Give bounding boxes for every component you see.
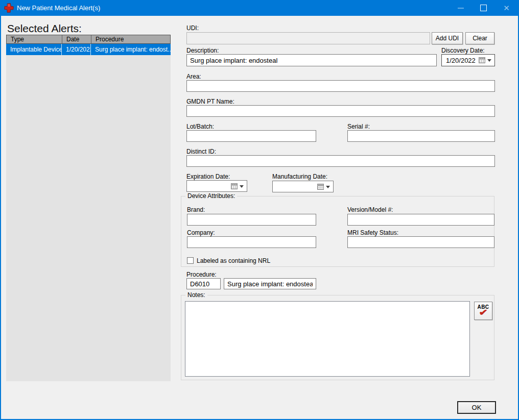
title-bar[interactable]: New Patient Medical Alert(s) ✕: [0, 0, 519, 16]
medical-cross-icon: [4, 3, 14, 13]
distinct-id-label: Distinct ID:: [186, 148, 216, 155]
notes-legend: Notes:: [185, 291, 207, 299]
alert-row-date: 1/20/2022: [61, 44, 90, 55]
expiration-date-picker[interactable]: [186, 180, 247, 192]
notes-textarea[interactable]: [185, 301, 470, 377]
device-attributes-legend: Device Attributes:: [185, 192, 237, 200]
serial-input[interactable]: [347, 130, 495, 142]
window-title: New Patient Medical Alert(s): [17, 4, 100, 12]
mri-safety-status-label: MRI Safety Status:: [347, 229, 398, 236]
nrl-checkbox-label: Labeled as containing NRL: [197, 257, 270, 264]
procedure-label: Procedure:: [186, 271, 217, 278]
minimize-icon: [458, 8, 464, 9]
column-header-date[interactable]: Date: [62, 35, 91, 43]
alert-row-type: Implantable Device: [6, 44, 61, 55]
maximize-icon: [480, 5, 487, 11]
procedure-description-field: [224, 278, 316, 289]
description-input[interactable]: [186, 54, 437, 66]
description-label: Description:: [186, 47, 219, 54]
close-icon: ✕: [503, 4, 510, 12]
chevron-down-icon: [487, 59, 491, 64]
distinct-id-input[interactable]: [186, 155, 495, 167]
dialog-new-patient-medical-alerts: New Patient Medical Alert(s) ✕ Selected …: [0, 0, 519, 420]
brand-label: Brand:: [187, 206, 205, 213]
column-header-type[interactable]: Type: [7, 35, 62, 43]
gmdn-pt-name-input[interactable]: [186, 105, 495, 117]
procedure-code-field: [186, 278, 221, 289]
manufacturing-date-label: Manufacturing Date:: [272, 173, 327, 180]
area-input[interactable]: [186, 80, 495, 92]
calendar-icon: [317, 184, 324, 190]
calendar-icon: [231, 183, 238, 189]
close-button[interactable]: ✕: [495, 0, 518, 16]
discovery-date-picker[interactable]: 1/20/2022: [441, 54, 495, 66]
company-label: Company:: [187, 229, 215, 236]
expiration-date-label: Expiration Date:: [186, 173, 230, 180]
alert-row-procedure: Surg place implant: endost...: [90, 44, 171, 55]
calendar-icon: [479, 57, 485, 63]
discovery-date-label: Discovery Date:: [441, 47, 485, 54]
ok-button[interactable]: OK: [457, 401, 496, 414]
column-header-procedure[interactable]: Procedure: [91, 35, 170, 43]
discovery-date-value: 1/20/2022: [442, 57, 479, 64]
spellcheck-button[interactable]: ABC ✔: [474, 302, 492, 320]
alert-row-selected[interactable]: Implantable Device 1/20/2022 Surg place …: [6, 44, 171, 55]
clear-button[interactable]: Clear: [465, 32, 494, 44]
manufacturing-date-picker[interactable]: [272, 181, 334, 192]
selected-alerts-heading: Selected Alerts:: [7, 22, 82, 35]
udi-label: UDI:: [186, 24, 199, 32]
chevron-down-icon: [240, 185, 244, 190]
nrl-checkbox[interactable]: [187, 257, 194, 264]
add-udi-button[interactable]: Add UDI: [432, 32, 463, 44]
lot-batch-input[interactable]: [186, 130, 316, 142]
minimize-button[interactable]: [449, 0, 472, 16]
version-model-input[interactable]: [347, 214, 494, 226]
mri-safety-status-input[interactable]: [347, 236, 494, 248]
gmdn-pt-name-label: GMDN PT Name:: [186, 98, 234, 105]
serial-label: Serial #:: [347, 123, 370, 130]
version-model-label: Version/Model #:: [347, 206, 393, 213]
chevron-down-icon: [326, 186, 330, 190]
brand-input[interactable]: [187, 214, 316, 226]
maximize-button[interactable]: [472, 0, 495, 16]
selected-alerts-list[interactable]: Type Date Procedure Implantable Device 1…: [6, 35, 171, 381]
device-attributes-group: Device Attributes:: [181, 196, 494, 267]
lot-batch-label: Lot/Batch:: [186, 123, 214, 130]
company-input[interactable]: [187, 236, 316, 248]
area-label: Area:: [186, 73, 201, 80]
spellcheck-checkmark-icon: ✔: [479, 309, 488, 316]
alerts-table-header: Type Date Procedure: [6, 35, 171, 44]
udi-input: [186, 32, 430, 44]
